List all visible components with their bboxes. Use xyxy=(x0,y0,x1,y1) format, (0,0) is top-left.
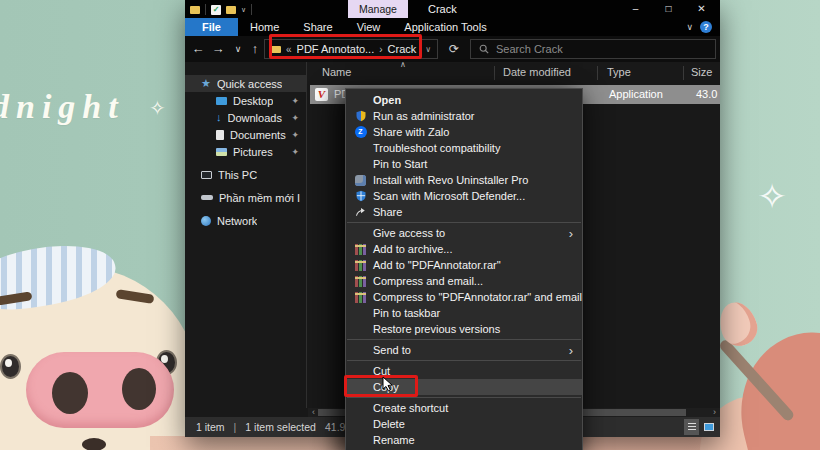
details-view-button[interactable] xyxy=(684,419,699,435)
sort-ascending-icon: ∧ xyxy=(400,62,406,69)
search-icon xyxy=(479,44,489,54)
menu-item-give-access-to[interactable]: Give access to› xyxy=(346,225,582,241)
sidebar: ★ Quick access Desktop ✦ ↓ Downloads ✦ D… xyxy=(185,62,307,408)
column-separator[interactable] xyxy=(597,66,598,80)
defender-shield-icon xyxy=(352,190,369,203)
status-item-count: 1 item xyxy=(196,421,225,433)
sidebar-item-this-pc[interactable]: This PC xyxy=(185,166,306,183)
maximize-button[interactable]: □ xyxy=(652,0,685,18)
winrar-icon xyxy=(352,243,369,256)
menu-item-compress-to-rar-and-email[interactable]: Compress to "PDFAnnotator.rar" and email xyxy=(346,289,582,305)
search-input[interactable] xyxy=(496,43,707,55)
wallpaper-pig-nostril xyxy=(52,372,88,414)
pictures-icon xyxy=(216,148,227,156)
menu-item-open[interactable]: Open xyxy=(346,92,582,108)
red-highlight-address-bar xyxy=(269,34,422,59)
submenu-arrow-icon: › xyxy=(569,227,573,240)
menu-item-share-with-zalo[interactable]: Z Share with Zalo xyxy=(346,124,582,140)
menu-item-create-shortcut[interactable]: Create shortcut xyxy=(346,400,582,416)
menu-item-install-with-revo[interactable]: Install with Revo Uninstaller Pro xyxy=(346,172,582,188)
menu-item-troubleshoot-compatibility[interactable]: Troubleshoot compatibility xyxy=(346,140,582,156)
sidebar-item-documents[interactable]: Documents ✦ xyxy=(185,126,306,143)
ribbon-right-controls: ∨ ? xyxy=(686,18,712,36)
menu-item-send-to[interactable]: Send to› xyxy=(346,342,582,358)
customize-toolbar-caret-icon[interactable]: ∨ xyxy=(241,6,246,14)
sidebar-item-quick-access[interactable]: ★ Quick access xyxy=(185,75,306,92)
menu-separator xyxy=(347,360,581,361)
downloads-icon: ↓ xyxy=(216,112,222,123)
search-box[interactable] xyxy=(470,39,716,59)
column-header-name[interactable]: Name xyxy=(322,66,351,78)
column-headers: ∧ Name Date modified Type Size xyxy=(308,62,720,84)
menu-item-pin-to-taskbar[interactable]: Pin to taskbar xyxy=(346,305,582,321)
menu-item-scan-with-defender[interactable]: Scan with Microsoft Defender... xyxy=(346,188,582,204)
scroll-right-icon[interactable]: › xyxy=(713,408,716,417)
column-header-type[interactable]: Type xyxy=(607,66,631,78)
wallpaper-pig-eye xyxy=(0,354,21,379)
tab-file[interactable]: File xyxy=(185,18,238,36)
navigation-bar: ← → ∨ ↑ « PDF Annotato... › Crack ∨ ⟳ xyxy=(185,36,720,62)
close-button[interactable]: ✕ xyxy=(685,0,718,18)
sparkle-icon: ✧ xyxy=(757,176,787,218)
back-button[interactable]: ← xyxy=(189,36,207,62)
sidebar-item-downloads[interactable]: ↓ Downloads ✦ xyxy=(185,109,306,126)
menu-separator xyxy=(347,339,581,340)
menu-item-add-to-archive[interactable]: Add to archive... xyxy=(346,241,582,257)
menu-item-rename[interactable]: Rename xyxy=(346,432,582,448)
desktop: dnight ✧ ✧ ✓ ∨ Manage Crack – □ xyxy=(0,0,820,450)
column-separator[interactable] xyxy=(683,66,684,80)
menu-item-pin-to-start[interactable]: Pin to Start xyxy=(346,156,582,172)
column-separator[interactable] xyxy=(494,66,495,80)
winrar-icon xyxy=(352,259,369,272)
view-buttons xyxy=(684,419,716,435)
forward-button[interactable]: → xyxy=(209,36,227,62)
pdf-annotator-app-icon: V xyxy=(315,88,328,101)
menu-item-share[interactable]: Share xyxy=(346,204,582,220)
recent-locations-caret-icon[interactable]: ∨ xyxy=(229,36,247,62)
collapse-ribbon-icon[interactable]: ∨ xyxy=(686,22,693,32)
wallpaper-text: dnight xyxy=(0,88,125,126)
sidebar-item-desktop[interactable]: Desktop ✦ xyxy=(185,92,306,109)
sidebar-item-network[interactable]: Network xyxy=(185,212,306,229)
sidebar-item-network-drive[interactable]: Phần mềm mới ITDO... xyxy=(185,189,306,206)
column-header-size[interactable]: Size xyxy=(691,66,712,78)
column-header-date-modified[interactable]: Date modified xyxy=(503,66,571,78)
file-type: Application xyxy=(609,88,663,100)
properties-icon[interactable]: ✓ xyxy=(211,5,221,15)
zalo-icon: Z xyxy=(352,126,369,139)
menu-separator xyxy=(347,222,581,223)
winrar-icon xyxy=(352,275,369,288)
refresh-button[interactable]: ⟳ xyxy=(444,39,464,59)
desktop-icon xyxy=(216,97,227,105)
minimize-button[interactable]: – xyxy=(619,0,652,18)
this-pc-icon xyxy=(201,171,212,179)
menu-item-run-as-administrator[interactable]: Run as administrator xyxy=(346,108,582,124)
status-divider: | xyxy=(234,421,237,433)
blank-icon xyxy=(352,323,369,336)
thumbnails-view-icon xyxy=(704,423,714,431)
blank-icon xyxy=(352,94,369,107)
up-button[interactable]: ↑ xyxy=(246,36,264,62)
menu-item-compress-and-email[interactable]: Compress and email... xyxy=(346,273,582,289)
blank-icon xyxy=(352,434,369,447)
pin-icon: ✦ xyxy=(291,96,299,106)
blank-icon xyxy=(352,402,369,415)
drive-icon xyxy=(201,195,213,200)
new-folder-icon[interactable] xyxy=(226,6,236,14)
menu-item-delete[interactable]: Delete xyxy=(346,416,582,432)
folder-icon[interactable] xyxy=(190,6,200,14)
scroll-left-icon[interactable]: ‹ xyxy=(312,408,315,417)
window-controls: – □ ✕ xyxy=(619,0,718,18)
help-icon[interactable]: ? xyxy=(700,21,712,33)
revo-uninstaller-icon xyxy=(352,174,369,187)
address-dropdown-caret-icon[interactable]: ∨ xyxy=(425,45,431,54)
submenu-arrow-icon: › xyxy=(569,344,573,357)
documents-icon xyxy=(216,130,224,140)
status-selection: 1 item selected xyxy=(245,421,316,433)
thumbnails-view-button[interactable] xyxy=(701,419,716,435)
share-icon xyxy=(352,206,369,219)
sidebar-item-pictures[interactable]: Pictures ✦ xyxy=(185,143,306,160)
menu-item-add-to-rar[interactable]: Add to "PDFAnnotator.rar" xyxy=(346,257,582,273)
menu-item-restore-previous-versions[interactable]: Restore previous versions xyxy=(346,321,582,337)
tab-manage[interactable]: Manage xyxy=(348,0,408,18)
